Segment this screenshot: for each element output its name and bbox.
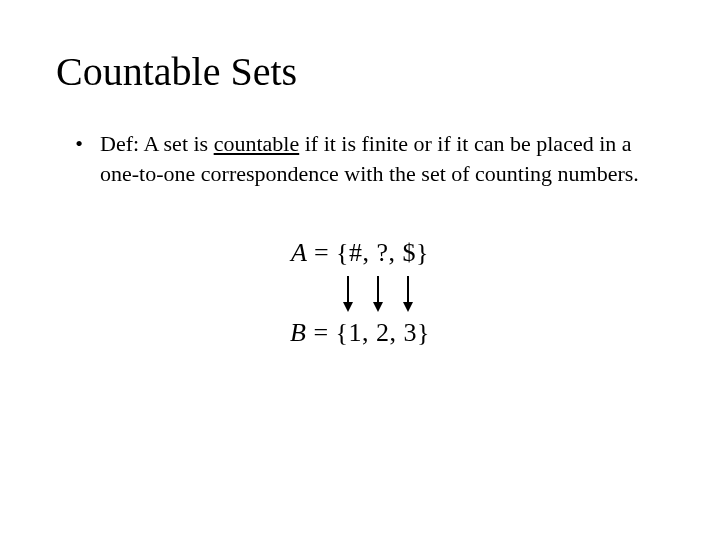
- set-b-lhs: B: [290, 318, 306, 347]
- arrow-icon: [403, 276, 405, 310]
- bullet-dot: •: [72, 129, 86, 188]
- figure: A = {#, ?, $} B = {1, 2, 3}: [56, 238, 664, 348]
- def-term: countable: [214, 131, 300, 156]
- svg-marker-5: [403, 302, 413, 312]
- set-b: B = {1, 2, 3}: [290, 318, 430, 348]
- set-a-lhs: A: [291, 238, 307, 267]
- set-a-rhs: {#, ?, $}: [336, 238, 429, 267]
- svg-marker-1: [343, 302, 353, 312]
- bullet-item: • Def: A set is countable if it is finit…: [56, 129, 664, 188]
- set-a: A = {#, ?, $}: [291, 238, 429, 268]
- set-a-eq: =: [314, 238, 329, 267]
- bijection-arrows: [343, 276, 405, 310]
- page-title: Countable Sets: [56, 48, 664, 95]
- set-b-eq: =: [313, 318, 328, 347]
- arrow-icon: [343, 276, 345, 310]
- arrow-icon: [373, 276, 375, 310]
- def-prefix: Def: A set is: [100, 131, 214, 156]
- bullet-text: Def: A set is countable if it is finite …: [100, 129, 654, 188]
- set-b-rhs: {1, 2, 3}: [336, 318, 430, 347]
- svg-marker-3: [373, 302, 383, 312]
